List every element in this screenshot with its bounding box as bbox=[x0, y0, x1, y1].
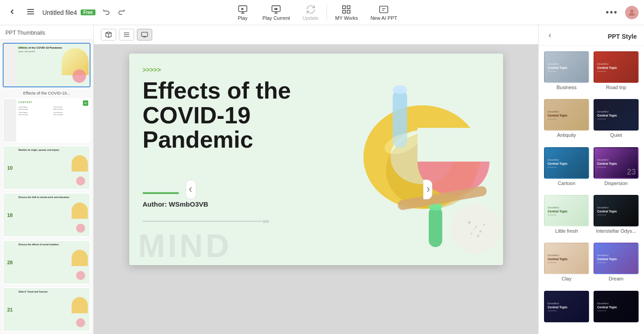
thumbnail-item-3[interactable]: 10 Mention its origin, spread, and impac… bbox=[3, 145, 91, 190]
my-works-label: MY Works bbox=[335, 15, 358, 21]
svg-point-30 bbox=[451, 204, 501, 254]
style-thumb-clay: EdrawMind Central Topic. bbox=[544, 243, 589, 274]
expand-right-panel-button[interactable] bbox=[423, 180, 432, 199]
style-thumb-interstellar: EdrawMind Central Topic bbox=[594, 195, 639, 226]
svg-rect-9 bbox=[347, 5, 350, 8]
redo-button[interactable] bbox=[114, 6, 128, 19]
thumbnail-item-2[interactable]: CONTENT Lorem ipsumdolor sit amet Lorem … bbox=[3, 98, 91, 143]
more-options-button[interactable]: ••• bbox=[602, 5, 621, 19]
play-current-button[interactable]: Play Current bbox=[256, 3, 296, 23]
thumb-preview-2: CONTENT Lorem ipsumdolor sit amet Lorem … bbox=[16, 99, 90, 142]
svg-point-6 bbox=[275, 9, 276, 9]
back-button[interactable] bbox=[5, 5, 19, 20]
panel-expand-button[interactable] bbox=[546, 32, 554, 41]
svg-point-33 bbox=[479, 230, 481, 233]
update-button[interactable]: Update bbox=[296, 3, 325, 23]
hamburger-menu[interactable] bbox=[23, 5, 38, 20]
svg-point-34 bbox=[471, 233, 472, 235]
style-label-antiquity: Antiquity bbox=[557, 132, 576, 138]
style-label-business: Business bbox=[557, 85, 577, 90]
toolbar-right: ••• bbox=[602, 5, 639, 19]
update-label: Update bbox=[303, 15, 318, 21]
thumb-number-2 bbox=[4, 99, 16, 142]
thumb-number-1 bbox=[4, 44, 16, 86]
style-thumb-business: EdrawMind Central Topic bbox=[544, 51, 589, 83]
right-panel-header: PPT Style bbox=[539, 25, 644, 46]
toolbar-left: Untitled file4 Free bbox=[5, 5, 128, 20]
style-label-roadtrip: Road trip bbox=[606, 85, 626, 90]
thumb-number-4: 18 bbox=[4, 194, 16, 236]
slide-underline bbox=[143, 192, 179, 194]
style-label-littlefresh: Little fresh bbox=[555, 228, 578, 234]
user-avatar[interactable] bbox=[625, 6, 639, 19]
thumb-label-1: Effects of the COVID-19... bbox=[3, 90, 91, 98]
style-item-dream[interactable]: EdrawMind Central Topic Dream bbox=[594, 243, 639, 286]
collapse-sidebar-button[interactable] bbox=[186, 180, 196, 199]
undo-button[interactable] bbox=[100, 6, 113, 19]
undo-redo-group bbox=[100, 6, 128, 19]
thumb-preview-4: Discuss the shift to remote work and edu… bbox=[16, 194, 90, 236]
style-item-cartoon[interactable]: EdrawMind Central Topic Cartoon bbox=[544, 147, 589, 190]
main-toolbar: Untitled file4 Free Play Play Current Up… bbox=[0, 0, 644, 25]
style-label-dispersion: Dispersion bbox=[604, 181, 628, 186]
play-label: Play bbox=[238, 15, 247, 21]
new-ai-ppt-button[interactable]: New AI PPT bbox=[364, 3, 404, 23]
style-item-antiquity[interactable]: EdrawMind Central Topic Antiquity bbox=[544, 99, 589, 142]
edit-icon-2: ✏ bbox=[83, 100, 88, 106]
style-label-clay: Clay bbox=[562, 276, 571, 281]
canvas-area: >>>>> Effects of the COVID-19 Pandemic A… bbox=[94, 45, 538, 334]
slide-arrows: >>>>> bbox=[143, 66, 161, 73]
sidebar-header: PPT Thumbnails bbox=[0, 25, 93, 40]
slide-view-button[interactable] bbox=[137, 29, 152, 41]
style-item-littlefresh[interactable]: EdrawMind Central Topic Little fresh bbox=[544, 195, 589, 238]
play-button[interactable]: Play bbox=[229, 3, 256, 23]
svg-point-37 bbox=[473, 229, 474, 230]
slide-title: Effects of the COVID-19 Pandemic bbox=[143, 78, 332, 152]
thumbnail-item-1[interactable]: Effects of the COVID-19 Pandemic Author:… bbox=[3, 43, 91, 87]
thumb-preview-6: Slide 9: Travel and Tourism bbox=[16, 288, 90, 331]
style-item-clay[interactable]: EdrawMind Central Topic. Clay bbox=[544, 243, 589, 286]
slide-author: Author: WSmbO3VB bbox=[143, 200, 209, 208]
style-grid: EdrawMind Central Topic Business EdrawMi… bbox=[539, 46, 644, 334]
thumb-preview-3: Mention its origin, spread, and impact. bbox=[16, 146, 90, 189]
style-item-dark1[interactable]: EdrawMind Central Topic bbox=[544, 291, 589, 329]
thumbnail-item-6[interactable]: 21 Slide 9: Travel and Tourism bbox=[3, 287, 91, 332]
style-label-dream: Dream bbox=[608, 276, 623, 281]
thumb-preview-5: Discuss the effects of social isolation. bbox=[16, 241, 90, 284]
svg-rect-10 bbox=[343, 10, 345, 13]
style-thumb-space: EdrawMind Central Topic bbox=[594, 291, 639, 322]
toolbar-center: Play Play Current Update MY Works New AI… bbox=[229, 3, 404, 23]
svg-rect-8 bbox=[343, 5, 345, 8]
svg-point-36 bbox=[483, 224, 485, 226]
right-panel: PPT Style EdrawMind Central Topic Busine… bbox=[538, 25, 644, 334]
thumb-number-5: 28 bbox=[4, 241, 16, 284]
app-title: Untitled file4 bbox=[42, 9, 77, 16]
style-label-interstellar: Interstellar Odys... bbox=[596, 228, 636, 234]
thumb-preview-1: Effects of the COVID-19 Pandemic Author:… bbox=[16, 44, 90, 86]
slide-arrow-line: »» bbox=[143, 217, 269, 225]
thumbnail-item-4[interactable]: 18 Discuss the shift to remote work and … bbox=[3, 193, 91, 237]
slide-canvas: >>>>> Effects of the COVID-19 Pandemic A… bbox=[129, 54, 503, 265]
style-item-space[interactable]: EdrawMind Central Topic bbox=[594, 291, 639, 329]
svg-point-32 bbox=[475, 226, 477, 228]
thumbnail-item-5[interactable]: 28 Discuss the effects of social isolati… bbox=[3, 240, 91, 284]
style-label-quiet: Quiet bbox=[610, 132, 622, 138]
svg-point-35 bbox=[477, 235, 480, 237]
toolbar-divider bbox=[327, 5, 327, 21]
main-content: PPT Thumbnails Effects of the COVID-19 P… bbox=[0, 25, 644, 334]
style-item-roadtrip[interactable]: EdrawMind Central Topic Road trip bbox=[594, 51, 639, 95]
mind-watermark: MIND bbox=[138, 227, 232, 264]
grid-view-button[interactable] bbox=[101, 29, 116, 41]
style-item-quiet[interactable]: EdrawMind Central Topic Quiet bbox=[594, 99, 639, 142]
style-item-interstellar[interactable]: EdrawMind Central Topic Interstellar Ody… bbox=[594, 195, 639, 238]
svg-point-26 bbox=[393, 85, 407, 94]
thumb-number-3: 10 bbox=[4, 146, 16, 189]
list-view-button[interactable] bbox=[119, 29, 134, 41]
svg-rect-27 bbox=[429, 207, 442, 247]
my-works-button[interactable]: MY Works bbox=[329, 3, 364, 23]
style-item-dispersion[interactable]: EdrawMind Central Topic 23 Dispersion bbox=[594, 147, 639, 190]
style-thumb-dispersion: EdrawMind Central Topic 23 bbox=[594, 147, 639, 179]
style-item-business[interactable]: EdrawMind Central Topic Business bbox=[544, 51, 589, 95]
center-column: >>>>> Effects of the COVID-19 Pandemic A… bbox=[94, 25, 538, 334]
svg-rect-17 bbox=[141, 32, 147, 36]
